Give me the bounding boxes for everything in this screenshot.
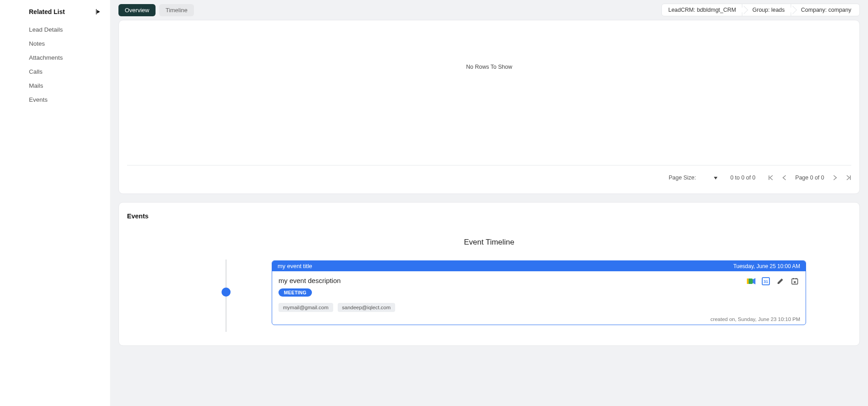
breadcrumb-label: Company: company [801,7,851,13]
attendees: mymail@gmail.com sandeep@iqlect.com [278,303,799,312]
event-header: my event title Tuesday, June 25 10:00 AM [272,261,806,271]
tab-overview[interactable]: Overview [118,4,156,16]
page-size-label: Page Size: [669,175,696,181]
svg-text:31: 31 [764,279,768,284]
pager-prev-icon[interactable] [783,175,786,180]
event-datetime: Tuesday, June 25 10:00 AM [733,263,800,269]
svg-rect-5 [792,279,798,284]
event-tag: MEETING [278,288,312,297]
events-card: Events Event Timeline my event title Tue… [118,202,860,346]
meet-icon[interactable] [747,277,756,286]
breadcrumb: LeadCRM: bdbldmgt_CRM Group: leads Compa… [661,4,860,16]
sidebar-item-label: Calls [29,68,42,75]
grid-empty-text: No Rows To Show [466,64,512,70]
timeline: my event title Tuesday, June 25 10:00 AM… [127,260,851,332]
pager: Page Size: 0 to 0 of 0 Page 0 of 0 [127,172,851,181]
event-card: my event title Tuesday, June 25 10:00 AM… [272,260,806,325]
pager-first-icon[interactable] [768,175,774,180]
topbar: Overview Timeline LeadCRM: bdbldmgt_CRM … [110,0,868,20]
breadcrumb-label: LeadCRM: bdbldmgt_CRM [668,7,736,13]
page-of: Page 0 of 0 [795,175,824,181]
main-content: Overview Timeline LeadCRM: bdbldmgt_CRM … [110,0,868,406]
sidebar-item-mails[interactable]: Mails [0,79,110,93]
sidebar: Related List Lead Details Notes Attachme… [0,0,110,406]
sidebar-item-label: Lead Details [29,26,63,33]
pager-next-icon[interactable] [833,175,837,180]
timeline-dot [222,288,231,297]
calendar-icon[interactable]: 31 [761,277,770,286]
tabs: Overview Timeline [118,4,194,16]
sidebar-title: Related List [29,8,65,15]
page-range: 0 to 0 of 0 [730,175,755,181]
tab-timeline[interactable]: Timeline [159,4,194,16]
event-timeline-title: Event Timeline [127,238,851,247]
pager-last-icon[interactable] [846,175,851,180]
sidebar-item-events[interactable]: Events [0,93,110,107]
breadcrumb-crm[interactable]: LeadCRM: bdbldmgt_CRM [661,4,745,16]
attendee-chip: sandeep@iqlect.com [338,303,396,312]
edit-icon[interactable] [776,277,785,286]
breadcrumb-company[interactable]: Company: company [791,4,860,16]
events-section-title: Events [127,212,851,220]
attendee-chip: mymail@gmail.com [278,303,333,312]
cancel-event-icon[interactable] [790,277,799,286]
sidebar-item-label: Attachments [29,54,63,61]
breadcrumb-group[interactable]: Group: leads [742,4,793,16]
page-size-select[interactable] [714,175,717,180]
data-grid-card: No Rows To Show Page Size: 0 to 0 of 0 [118,20,860,194]
event-title: my event title [278,263,312,269]
sidebar-item-attachments[interactable]: Attachments [0,51,110,65]
breadcrumb-label: Group: leads [752,7,785,13]
sidebar-item-lead-details[interactable]: Lead Details [0,23,110,37]
event-footer: created on, Sunday, June 23 10:10 PM [272,316,806,325]
sidebar-item-label: Notes [29,40,45,47]
collapse-sidebar-icon[interactable] [94,8,102,15]
svg-rect-1 [747,279,749,284]
sidebar-item-calls[interactable]: Calls [0,65,110,79]
event-description: my event description [278,277,341,284]
sidebar-item-label: Mails [29,82,43,89]
sidebar-item-notes[interactable]: Notes [0,37,110,51]
sidebar-item-label: Events [29,96,47,103]
